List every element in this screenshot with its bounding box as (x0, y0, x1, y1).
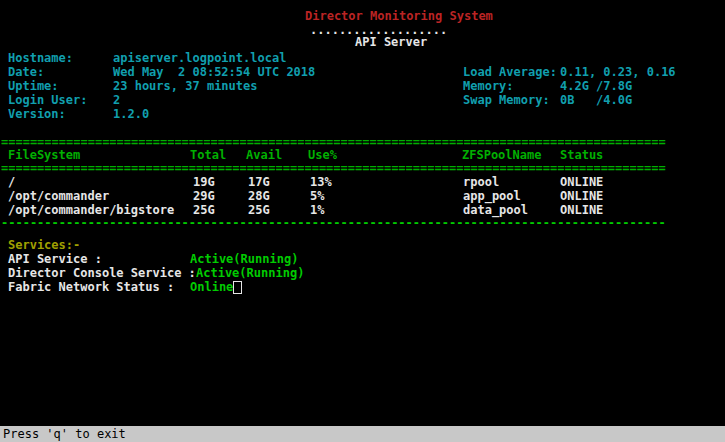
fs-cell-pool: rpool (463, 175, 499, 189)
fs-cell-total: 25G (193, 203, 215, 217)
fs-cell-avail: 25G (248, 203, 270, 217)
fs-cell-status: ONLINE (560, 203, 603, 217)
fs-cell-pool: data_pool (463, 203, 528, 217)
fs-cell-status: ONLINE (560, 189, 603, 203)
fs-cell-use: 5% (310, 189, 324, 203)
service-row-fabric-network: Fabric Network Status : Online (0, 280, 725, 294)
server-subtitle: API Server (355, 35, 427, 49)
table-row: / 19G 17G 13% rpool ONLINE (0, 175, 725, 189)
col-header-filesystem: FileSystem (8, 148, 80, 162)
header: Director Monitoring System (0, 9, 725, 23)
exit-hint: Press 'q' to exit (3, 427, 126, 441)
load-average-value: 0.11, 0.23, 0.16 (560, 65, 676, 79)
service-row-director-console: Director Console Service : Active(Runnin… (0, 266, 725, 280)
col-header-status: Status (560, 148, 603, 162)
load-average-label: Load Average: (463, 65, 557, 79)
fs-cell-use: 13% (310, 175, 332, 189)
service-row-api: API Service : Active(Running) (0, 252, 725, 266)
fs-cell-path: / (8, 175, 15, 189)
fs-cell-use: 1% (310, 203, 324, 217)
table-separator-bottom: ----------------------------------------… (1, 216, 666, 230)
table-separator-header: ========================================… (1, 161, 666, 175)
status-bar: Press 'q' to exit (0, 426, 725, 442)
col-header-zfspoolname: ZFSPoolName (462, 148, 541, 162)
table-separator-top: ========================================… (1, 135, 666, 149)
col-header-avail: Avail (246, 148, 282, 162)
col-header-total: Total (190, 148, 226, 162)
fs-cell-status: ONLINE (560, 175, 603, 189)
fabric-network-label: Fabric Network Status : (8, 280, 174, 294)
col-header-use-percent: Use% (308, 148, 337, 162)
director-console-status: Active(Running) (196, 266, 304, 280)
table-row: /opt/commander 29G 28G 5% app_pool ONLIN… (0, 189, 725, 203)
fs-cell-path: /opt/commander (8, 189, 109, 203)
info-row-memory: Memory: 4.2G /7.8G (0, 79, 725, 93)
fs-cell-pool: app_pool (463, 189, 521, 203)
terminal-cursor (233, 281, 242, 294)
version-value: 1.2.0 (113, 107, 149, 121)
info-row-swap-memory: Swap Memory: 0B /4.0G (0, 93, 725, 107)
info-row-hostname: Hostname: apiserver.logpoint.local (0, 51, 725, 65)
swap-memory-label: Swap Memory: (463, 93, 550, 107)
fs-cell-total: 29G (193, 189, 215, 203)
fs-cell-total: 19G (193, 175, 215, 189)
info-row-version: Version: 1.2.0 (0, 107, 725, 121)
fs-cell-avail: 17G (248, 175, 270, 189)
director-console-label: Director Console Service : (8, 266, 196, 280)
api-service-status: Active(Running) (190, 252, 298, 266)
fabric-network-status: Online (190, 280, 233, 294)
api-service-label: API Service : (8, 252, 102, 266)
page-title: Director Monitoring System (305, 9, 493, 23)
memory-label: Memory: (463, 79, 514, 93)
services-heading: Services:- (8, 238, 80, 252)
fs-cell-path: /opt/commander/bigstore (8, 203, 174, 217)
hostname-value: apiserver.logpoint.local (113, 51, 286, 65)
terminal-window[interactable]: Director Monitoring System .............… (0, 0, 725, 442)
fs-cell-avail: 28G (248, 189, 270, 203)
memory-value: 4.2G /7.8G (560, 79, 632, 93)
hostname-label: Hostname: (8, 51, 73, 65)
table-row: /opt/commander/bigstore 25G 25G 1% data_… (0, 203, 725, 217)
info-row-load-average: Load Average: 0.11, 0.23, 0.16 (0, 65, 725, 79)
table-header-row: FileSystem Total Avail Use% ZFSPoolName … (0, 148, 725, 162)
swap-memory-value: 0B /4.0G (560, 93, 632, 107)
